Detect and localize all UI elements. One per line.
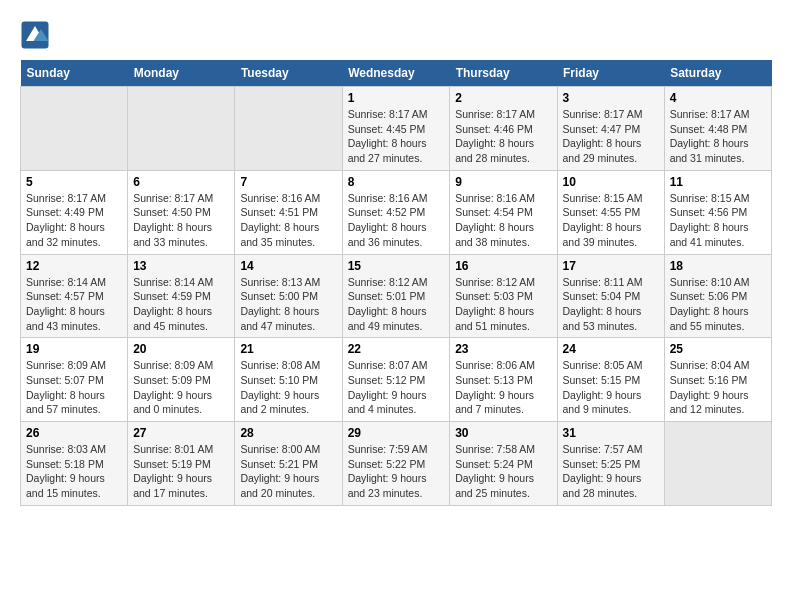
calendar-cell: 25Sunrise: 8:04 AM Sunset: 5:16 PM Dayli… xyxy=(664,338,771,422)
day-of-week-header: Sunday xyxy=(21,60,128,87)
day-of-week-header: Wednesday xyxy=(342,60,450,87)
day-number: 12 xyxy=(26,259,122,273)
day-info: Sunrise: 8:15 AM Sunset: 4:56 PM Dayligh… xyxy=(670,191,766,250)
day-number: 2 xyxy=(455,91,551,105)
day-info: Sunrise: 8:17 AM Sunset: 4:46 PM Dayligh… xyxy=(455,107,551,166)
calendar-week-row: 1Sunrise: 8:17 AM Sunset: 4:45 PM Daylig… xyxy=(21,87,772,171)
calendar-cell: 3Sunrise: 8:17 AM Sunset: 4:47 PM Daylig… xyxy=(557,87,664,171)
calendar-cell: 9Sunrise: 8:16 AM Sunset: 4:54 PM Daylig… xyxy=(450,170,557,254)
calendar-cell: 28Sunrise: 8:00 AM Sunset: 5:21 PM Dayli… xyxy=(235,422,342,506)
day-info: Sunrise: 8:15 AM Sunset: 4:55 PM Dayligh… xyxy=(563,191,659,250)
day-number: 27 xyxy=(133,426,229,440)
calendar-cell: 29Sunrise: 7:59 AM Sunset: 5:22 PM Dayli… xyxy=(342,422,450,506)
day-info: Sunrise: 7:58 AM Sunset: 5:24 PM Dayligh… xyxy=(455,442,551,501)
day-number: 23 xyxy=(455,342,551,356)
calendar-cell: 19Sunrise: 8:09 AM Sunset: 5:07 PM Dayli… xyxy=(21,338,128,422)
calendar-cell: 17Sunrise: 8:11 AM Sunset: 5:04 PM Dayli… xyxy=(557,254,664,338)
calendar-cell: 24Sunrise: 8:05 AM Sunset: 5:15 PM Dayli… xyxy=(557,338,664,422)
day-info: Sunrise: 8:17 AM Sunset: 4:50 PM Dayligh… xyxy=(133,191,229,250)
calendar-cell: 27Sunrise: 8:01 AM Sunset: 5:19 PM Dayli… xyxy=(128,422,235,506)
calendar-cell: 8Sunrise: 8:16 AM Sunset: 4:52 PM Daylig… xyxy=(342,170,450,254)
calendar-cell: 23Sunrise: 8:06 AM Sunset: 5:13 PM Dayli… xyxy=(450,338,557,422)
calendar-cell: 16Sunrise: 8:12 AM Sunset: 5:03 PM Dayli… xyxy=(450,254,557,338)
day-info: Sunrise: 8:17 AM Sunset: 4:48 PM Dayligh… xyxy=(670,107,766,166)
day-of-week-header: Monday xyxy=(128,60,235,87)
day-info: Sunrise: 8:05 AM Sunset: 5:15 PM Dayligh… xyxy=(563,358,659,417)
logo-icon xyxy=(20,20,50,50)
day-number: 19 xyxy=(26,342,122,356)
calendar-week-row: 26Sunrise: 8:03 AM Sunset: 5:18 PM Dayli… xyxy=(21,422,772,506)
day-number: 21 xyxy=(240,342,336,356)
calendar-cell: 13Sunrise: 8:14 AM Sunset: 4:59 PM Dayli… xyxy=(128,254,235,338)
day-info: Sunrise: 8:07 AM Sunset: 5:12 PM Dayligh… xyxy=(348,358,445,417)
day-info: Sunrise: 8:10 AM Sunset: 5:06 PM Dayligh… xyxy=(670,275,766,334)
calendar-cell: 12Sunrise: 8:14 AM Sunset: 4:57 PM Dayli… xyxy=(21,254,128,338)
day-number: 29 xyxy=(348,426,445,440)
logo xyxy=(20,20,54,50)
day-of-week-header: Tuesday xyxy=(235,60,342,87)
day-info: Sunrise: 8:16 AM Sunset: 4:51 PM Dayligh… xyxy=(240,191,336,250)
calendar-cell: 1Sunrise: 8:17 AM Sunset: 4:45 PM Daylig… xyxy=(342,87,450,171)
day-info: Sunrise: 8:08 AM Sunset: 5:10 PM Dayligh… xyxy=(240,358,336,417)
calendar-cell: 20Sunrise: 8:09 AM Sunset: 5:09 PM Dayli… xyxy=(128,338,235,422)
day-info: Sunrise: 8:03 AM Sunset: 5:18 PM Dayligh… xyxy=(26,442,122,501)
day-info: Sunrise: 8:17 AM Sunset: 4:47 PM Dayligh… xyxy=(563,107,659,166)
day-number: 9 xyxy=(455,175,551,189)
day-info: Sunrise: 8:17 AM Sunset: 4:49 PM Dayligh… xyxy=(26,191,122,250)
day-of-week-header: Thursday xyxy=(450,60,557,87)
day-number: 22 xyxy=(348,342,445,356)
calendar-cell: 30Sunrise: 7:58 AM Sunset: 5:24 PM Dayli… xyxy=(450,422,557,506)
calendar-cell: 21Sunrise: 8:08 AM Sunset: 5:10 PM Dayli… xyxy=(235,338,342,422)
day-number: 6 xyxy=(133,175,229,189)
calendar-cell: 26Sunrise: 8:03 AM Sunset: 5:18 PM Dayli… xyxy=(21,422,128,506)
header xyxy=(20,20,772,50)
day-number: 15 xyxy=(348,259,445,273)
day-number: 18 xyxy=(670,259,766,273)
day-number: 20 xyxy=(133,342,229,356)
day-info: Sunrise: 8:06 AM Sunset: 5:13 PM Dayligh… xyxy=(455,358,551,417)
day-number: 3 xyxy=(563,91,659,105)
day-number: 24 xyxy=(563,342,659,356)
calendar-cell: 31Sunrise: 7:57 AM Sunset: 5:25 PM Dayli… xyxy=(557,422,664,506)
day-number: 13 xyxy=(133,259,229,273)
calendar-cell: 18Sunrise: 8:10 AM Sunset: 5:06 PM Dayli… xyxy=(664,254,771,338)
day-number: 16 xyxy=(455,259,551,273)
calendar-cell: 2Sunrise: 8:17 AM Sunset: 4:46 PM Daylig… xyxy=(450,87,557,171)
day-info: Sunrise: 8:14 AM Sunset: 4:57 PM Dayligh… xyxy=(26,275,122,334)
day-info: Sunrise: 8:17 AM Sunset: 4:45 PM Dayligh… xyxy=(348,107,445,166)
calendar-cell: 7Sunrise: 8:16 AM Sunset: 4:51 PM Daylig… xyxy=(235,170,342,254)
day-info: Sunrise: 8:04 AM Sunset: 5:16 PM Dayligh… xyxy=(670,358,766,417)
day-number: 10 xyxy=(563,175,659,189)
day-info: Sunrise: 8:11 AM Sunset: 5:04 PM Dayligh… xyxy=(563,275,659,334)
day-info: Sunrise: 7:59 AM Sunset: 5:22 PM Dayligh… xyxy=(348,442,445,501)
day-number: 1 xyxy=(348,91,445,105)
day-info: Sunrise: 8:16 AM Sunset: 4:54 PM Dayligh… xyxy=(455,191,551,250)
calendar-cell: 5Sunrise: 8:17 AM Sunset: 4:49 PM Daylig… xyxy=(21,170,128,254)
day-of-week-header: Friday xyxy=(557,60,664,87)
day-info: Sunrise: 8:00 AM Sunset: 5:21 PM Dayligh… xyxy=(240,442,336,501)
calendar-week-row: 12Sunrise: 8:14 AM Sunset: 4:57 PM Dayli… xyxy=(21,254,772,338)
day-info: Sunrise: 8:13 AM Sunset: 5:00 PM Dayligh… xyxy=(240,275,336,334)
day-number: 11 xyxy=(670,175,766,189)
day-info: Sunrise: 8:12 AM Sunset: 5:03 PM Dayligh… xyxy=(455,275,551,334)
calendar-header-row: SundayMondayTuesdayWednesdayThursdayFrid… xyxy=(21,60,772,87)
calendar-cell xyxy=(235,87,342,171)
calendar-cell: 4Sunrise: 8:17 AM Sunset: 4:48 PM Daylig… xyxy=(664,87,771,171)
day-info: Sunrise: 7:57 AM Sunset: 5:25 PM Dayligh… xyxy=(563,442,659,501)
day-number: 14 xyxy=(240,259,336,273)
calendar-week-row: 5Sunrise: 8:17 AM Sunset: 4:49 PM Daylig… xyxy=(21,170,772,254)
day-number: 8 xyxy=(348,175,445,189)
calendar-cell: 11Sunrise: 8:15 AM Sunset: 4:56 PM Dayli… xyxy=(664,170,771,254)
calendar-cell: 6Sunrise: 8:17 AM Sunset: 4:50 PM Daylig… xyxy=(128,170,235,254)
day-number: 7 xyxy=(240,175,336,189)
day-number: 31 xyxy=(563,426,659,440)
calendar-cell xyxy=(21,87,128,171)
day-number: 25 xyxy=(670,342,766,356)
day-info: Sunrise: 8:12 AM Sunset: 5:01 PM Dayligh… xyxy=(348,275,445,334)
calendar-week-row: 19Sunrise: 8:09 AM Sunset: 5:07 PM Dayli… xyxy=(21,338,772,422)
day-number: 5 xyxy=(26,175,122,189)
calendar-cell xyxy=(128,87,235,171)
calendar-table: SundayMondayTuesdayWednesdayThursdayFrid… xyxy=(20,60,772,506)
calendar-cell: 14Sunrise: 8:13 AM Sunset: 5:00 PM Dayli… xyxy=(235,254,342,338)
day-info: Sunrise: 8:09 AM Sunset: 5:07 PM Dayligh… xyxy=(26,358,122,417)
